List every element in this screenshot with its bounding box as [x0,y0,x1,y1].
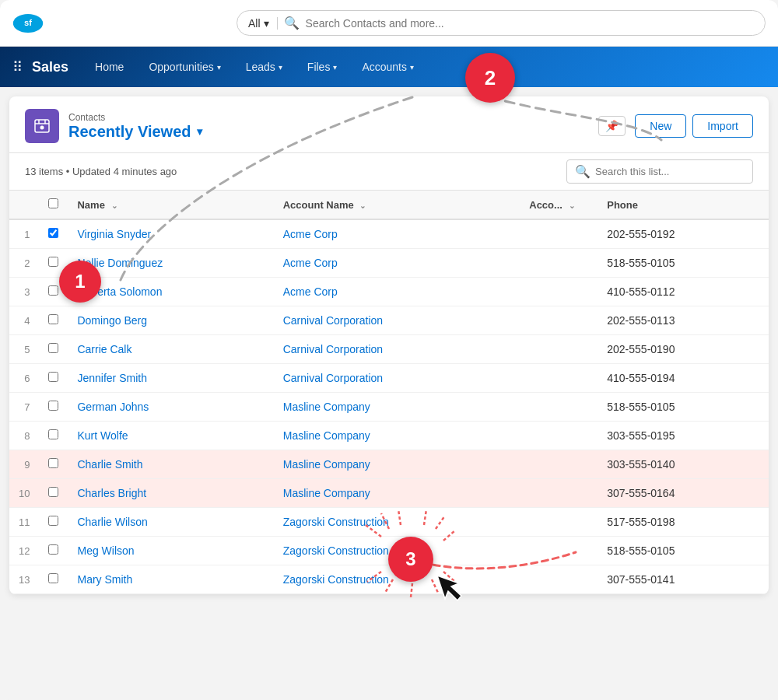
sub-header: 13 items • Updated 4 minutes ago 🔍 [9,153,769,190]
table-row: 4 Domingo Berg Carnival Corporation 202-… [9,306,769,335]
account-name-link[interactable]: Carnival Corporation [283,343,383,355]
table-row: 11 Charlie Wilson Zagorski Construction … [9,508,769,537]
row-checkbox[interactable] [48,228,58,238]
row-checkbox[interactable] [48,573,58,583]
list-search[interactable]: 🔍 [566,159,753,184]
th-account-name[interactable]: Account Name ⌄ [274,191,520,220]
contact-name-cell: Carrie Calk [68,335,273,364]
chevron-down-icon: ▾ [217,63,221,72]
contact-name-link[interactable]: Domingo Berg [77,314,147,327]
row-checkbox[interactable] [48,544,58,555]
contact-name-link[interactable]: Virginia Snyder [77,228,151,240]
account-name-link[interactable]: Zagorski Construction [283,544,389,557]
row-checkbox[interactable] [48,401,58,411]
row-checkbox[interactable] [48,285,58,296]
account-name-cell: Acme Corp [274,278,520,306]
phone-cell: 410-555-0112 [598,278,769,306]
acco-cell [520,364,598,393]
account-name-cell: Masline Company [274,450,520,479]
account-name-link[interactable]: Masline Company [283,429,370,442]
account-name-link[interactable]: Carnival Corporation [283,372,383,384]
account-name-link[interactable]: Masline Company [283,401,370,413]
salesforce-logo[interactable]: sf [12,8,44,39]
account-name-link[interactable]: Zagorski Construction [283,573,389,586]
contact-name-link[interactable]: Charles Bright [77,487,146,499]
row-checkbox-cell [39,364,68,393]
account-name-cell: Carnival Corporation [274,335,520,364]
phone-cell: 518-555-0105 [598,249,769,278]
contacts-table: Name ⌄ Account Name ⌄ Acco... ⌄ Phone [9,190,769,594]
contact-name-cell: Mary Smith [68,565,273,594]
contact-name-link[interactable]: Kurt Wolfe [77,429,128,442]
account-name-link[interactable]: Carnival Corporation [283,314,383,327]
row-checkbox[interactable] [48,429,58,439]
account-name-link[interactable]: Masline Company [283,458,370,471]
contacts-view-selector[interactable]: Recently Viewed ▾ [68,123,589,141]
row-checkbox[interactable] [48,516,58,526]
account-name-link[interactable]: Acme Corp [283,285,338,298]
new-button[interactable]: New [635,114,686,138]
import-button[interactable]: Import [692,114,753,138]
search-filter-label: All [248,17,261,30]
search-bar[interactable]: All ▾ 🔍 [237,10,766,36]
phone-cell: 202-555-0113 [598,306,769,335]
row-number: 9 [9,450,39,479]
grid-icon[interactable]: ⠿ [12,58,23,75]
contact-name-cell: Meg Wilson [68,537,273,565]
nav-bar: ⠿ Sales Home Opportunities ▾ Leads ▾ Fil… [0,47,778,87]
th-name[interactable]: Name ⌄ [68,191,273,220]
contact-name-link[interactable]: Roberta Solomon [77,285,162,298]
account-name-cell: Masline Company [274,479,520,508]
row-checkbox[interactable] [48,458,58,468]
select-all-checkbox[interactable] [48,198,58,208]
row-number: 8 [9,422,39,450]
table-row: 9 Charlie Smith Masline Company 303-555-… [9,450,769,479]
contact-name-cell: Charlie Smith [68,450,273,479]
th-acco[interactable]: Acco... ⌄ [520,191,598,220]
pin-button[interactable]: 📌 [598,116,626,136]
account-name-link[interactable]: Zagorski Construction [283,516,389,528]
contact-name-link[interactable]: Jennifer Smith [77,372,146,384]
row-checkbox-cell [39,450,68,479]
nav-home[interactable]: Home [84,54,135,79]
phone-cell: 307-555-0164 [598,479,769,508]
row-checkbox-cell [39,393,68,422]
row-number: 10 [9,479,39,508]
row-checkbox[interactable] [48,487,58,497]
row-checkbox[interactable] [48,257,58,267]
row-checkbox[interactable] [48,372,58,382]
phone-cell: 202-555-0192 [598,219,769,249]
nav-accounts[interactable]: Accounts ▾ [351,54,425,79]
nav-files[interactable]: Files ▾ [296,54,349,79]
contact-name-link[interactable]: Carrie Calk [77,343,131,355]
contact-name-link[interactable]: Meg Wilson [77,544,134,557]
sort-icon: ⌄ [359,201,366,210]
contact-name-link[interactable]: Charlie Smith [77,458,142,471]
contact-name-link[interactable]: Nellie Dominguez [77,257,163,269]
account-name-link[interactable]: Acme Corp [283,257,338,269]
row-number: 5 [9,335,39,364]
search-input[interactable] [306,17,754,30]
account-name-link[interactable]: Masline Company [283,487,370,499]
phone-cell: 202-555-0190 [598,335,769,364]
th-phone: Phone [598,191,769,220]
contact-name-cell: Charlie Wilson [68,508,273,537]
contact-name-link[interactable]: Charlie Wilson [77,516,147,528]
nav-leads[interactable]: Leads ▾ [235,54,293,79]
contact-name-link[interactable]: Mary Smith [77,573,132,586]
account-name-cell: Masline Company [274,393,520,422]
row-number: 3 [9,278,39,306]
search-filter[interactable]: All ▾ [248,17,278,30]
chevron-down-icon: ▾ [279,63,282,72]
row-checkbox[interactable] [48,343,58,353]
row-checkbox[interactable] [48,314,58,324]
contacts-title-group: Contacts Recently Viewed ▾ [68,112,589,141]
contact-name-link[interactable]: German Johns [77,401,149,413]
nav-opportunities[interactable]: Opportunities ▾ [138,54,231,79]
acco-cell [520,479,598,508]
search-icon: 🔍 [284,16,300,30]
list-search-input[interactable] [595,166,745,177]
account-name-link[interactable]: Acme Corp [283,228,338,240]
th-name-label: Name [77,199,104,211]
nav-accounts-label: Accounts [362,61,407,73]
